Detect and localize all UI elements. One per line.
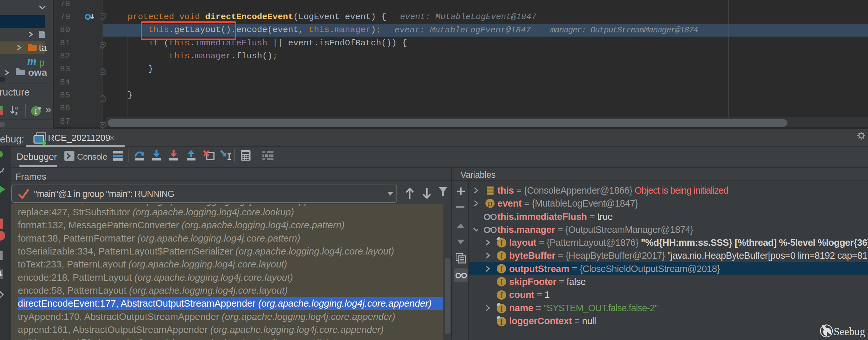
svg-text:Seebug: Seebug [834, 326, 865, 337]
svg-text:f: f [500, 290, 503, 300]
svg-text:p: p [488, 199, 493, 208]
svg-text:f: f [500, 251, 503, 261]
svg-text:f: f [500, 317, 503, 327]
svg-text:f: f [500, 277, 503, 287]
svg-text:z: z [15, 111, 18, 116]
svg-text:a: a [15, 105, 18, 111]
svg-text:f: f [500, 238, 503, 248]
svg-text:f: f [500, 304, 503, 314]
svg-text:I: I [35, 107, 37, 115]
svg-text:f: f [500, 264, 503, 274]
